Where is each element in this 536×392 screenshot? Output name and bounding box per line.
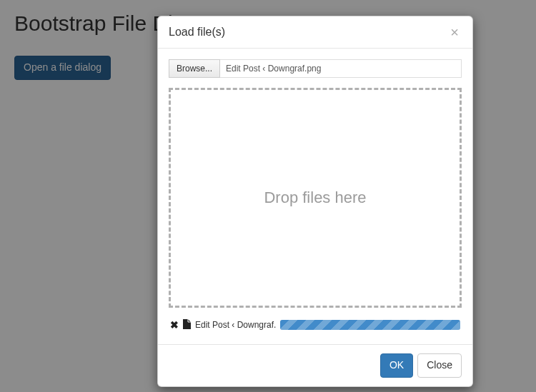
- upload-queue-item: ✖ Edit Post ‹ Downgraf.: [169, 319, 462, 333]
- browse-button[interactable]: Browse...: [169, 59, 220, 78]
- queue-file-name: Edit Post ‹ Downgraf.: [195, 320, 276, 330]
- remove-file-icon[interactable]: ✖: [170, 320, 179, 330]
- modal-title: Load file(s): [169, 26, 225, 39]
- close-icon[interactable]: ×: [447, 25, 462, 39]
- upload-progress-bar: [280, 320, 460, 330]
- dropzone[interactable]: Drop files here: [169, 88, 462, 308]
- dropzone-text: Drop files here: [264, 189, 366, 207]
- modal-header: Load file(s) ×: [158, 16, 472, 49]
- file-icon: [183, 319, 191, 331]
- file-dialog-modal: Load file(s) × Browse... Edit Post ‹ Dow…: [157, 16, 473, 387]
- modal-footer: OK Close: [158, 344, 472, 386]
- modal-body: Browse... Edit Post ‹ Downgraf.png Drop …: [158, 49, 472, 344]
- file-input-row: Browse... Edit Post ‹ Downgraf.png: [169, 59, 462, 78]
- ok-button[interactable]: OK: [380, 353, 413, 378]
- selected-file-name: Edit Post ‹ Downgraf.png: [220, 59, 462, 78]
- upload-progress: [280, 320, 460, 330]
- close-button[interactable]: Close: [417, 353, 462, 378]
